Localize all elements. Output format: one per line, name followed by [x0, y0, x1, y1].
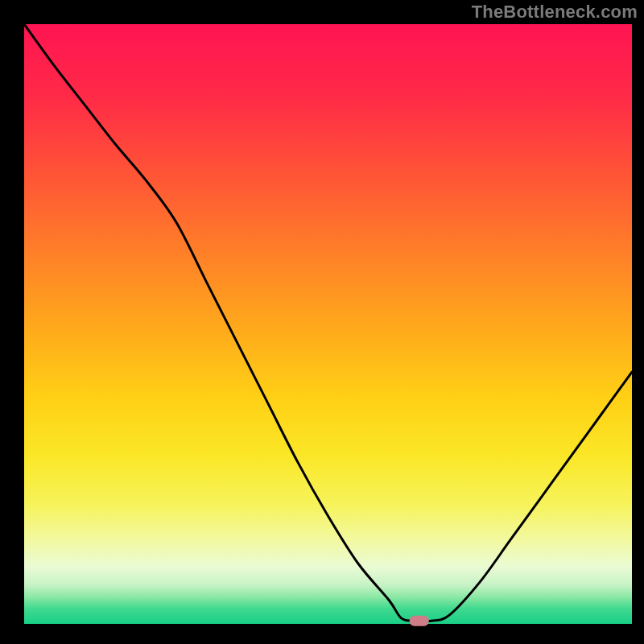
plot-background	[24, 24, 632, 624]
bottleneck-chart	[0, 0, 644, 644]
watermark-text: TheBottleneck.com	[472, 2, 638, 23]
optimal-marker	[410, 616, 429, 626]
chart-frame: { "watermark": "TheBottleneck.com", "cha…	[0, 0, 644, 644]
